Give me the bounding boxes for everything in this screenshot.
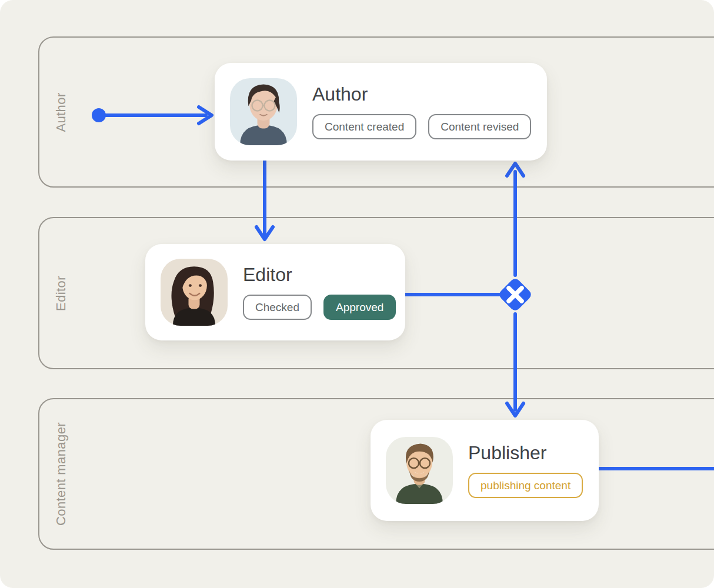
card-title: Author	[312, 84, 531, 105]
card-title: Publisher	[468, 443, 583, 463]
lane-label: Editor	[54, 276, 69, 311]
lane-content-manager-label-area: Content manager	[39, 399, 83, 549]
workflow-canvas: Author Editor Content manager	[0, 0, 714, 588]
author-card-body: Author Content created Content revised	[312, 84, 531, 139]
editor-card: Editor Checked Approved	[145, 244, 405, 340]
author-badges: Content created Content revised	[312, 114, 531, 139]
author-card: Author Content created Content revised	[215, 63, 547, 161]
author-avatar	[230, 78, 297, 145]
workflow-page: Author Editor Content manager	[0, 0, 714, 588]
card-title: Editor	[243, 265, 396, 285]
publisher-card: Publisher publishing content	[371, 420, 599, 521]
editor-avatar	[161, 259, 228, 326]
editor-badges: Checked Approved	[243, 295, 396, 320]
badge-checked: Checked	[243, 295, 312, 320]
publisher-avatar	[386, 437, 453, 504]
publisher-card-body: Publisher publishing content	[468, 443, 583, 497]
badge-content-created: Content created	[312, 114, 416, 139]
badge-publishing-content: publishing content	[468, 473, 583, 498]
publisher-badges: publishing content	[468, 473, 583, 498]
lane-editor-label-area: Editor	[39, 218, 83, 368]
lane-label: Content manager	[54, 422, 69, 526]
lane-label: Author	[54, 92, 69, 132]
lane-author-label-area: Author	[39, 38, 83, 186]
editor-card-body: Editor Checked Approved	[243, 265, 396, 319]
badge-content-revised: Content revised	[428, 114, 531, 139]
badge-approved: Approved	[323, 295, 396, 320]
